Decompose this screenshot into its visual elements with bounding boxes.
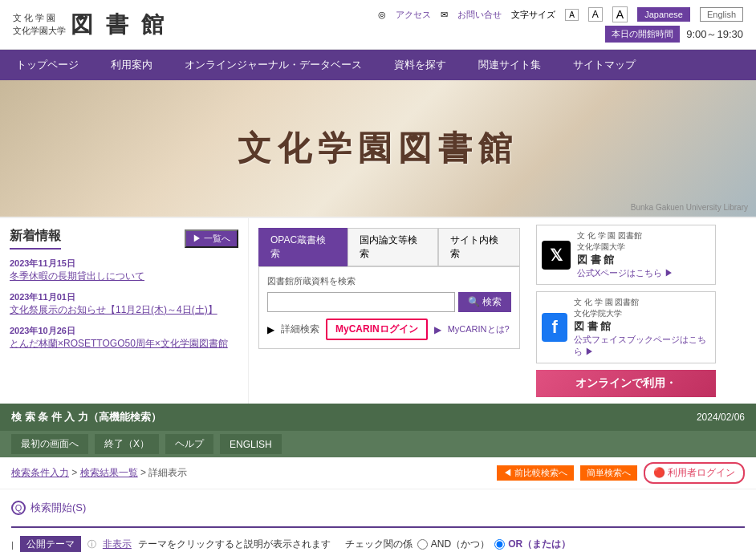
prev-icon: ◀ <box>503 468 512 477</box>
search-tabs: OPAC蔵書検索 国内論文等検索 サイト内検索 <box>258 228 520 266</box>
main-nav: トップページ 利用案内 オンラインジャーナル・データベース 資料を探す 関連サイ… <box>0 50 756 80</box>
theme-pipe: | <box>11 540 14 550</box>
breadcrumb-bar: 検索条件入力 > 検索結果一覧 > 詳細表示 ◀ 前比較検索へ 簡単検索へ 🔴 … <box>0 457 756 489</box>
mycarin-arrow-icon: ▶ <box>434 324 441 335</box>
news-link-3[interactable]: とんだ林蘭×ROSETTOGO50周年×文化学園図書館 <box>10 337 238 351</box>
opening-time: 9:00～19:30 <box>686 27 743 42</box>
english-button[interactable]: ENGLISH <box>220 434 282 454</box>
detail-search-icon: ▶ <box>267 324 274 335</box>
fb-banner[interactable]: f 文 化 学 園 図書館 文化学院大学 図 書 館 公式フェイスブックページは… <box>536 291 716 363</box>
mycarin-what-link[interactable]: MyCARINとは? <box>448 323 510 335</box>
theme-relation: チェック関の係 AND（かつ） OR（または） <box>345 538 571 551</box>
hero-title: 文化学園図書館 <box>238 126 518 171</box>
news-item-3: 2023年10月26日 とんだ林蘭×ROSETTOGO50周年×文化学園図書館 <box>10 325 238 351</box>
nav-sitemap[interactable]: サイトマップ <box>557 50 652 80</box>
breadcrumb: 検索条件入力 > 検索結果一覧 > 詳細表示 <box>11 466 187 480</box>
main-content: 新着情報 ▶ 一覧へ 2023年11月15日 冬季休暇の長期貸出しについて 20… <box>0 217 756 404</box>
contact-link[interactable]: お問い合せ <box>457 9 502 21</box>
logo: 文 化 学 園 文化学園大学 図 書 館 <box>13 10 167 40</box>
theme-desc: テーマをクリックすると説明が表示されます <box>138 538 331 551</box>
search-condition-date: 2024/02/06 <box>697 412 745 423</box>
mail-icon: ✉ <box>441 10 448 20</box>
logo-title: 図 書 館 <box>71 10 167 40</box>
nav-related-sites[interactable]: 関連サイト集 <box>462 50 557 80</box>
nav-journal-db[interactable]: オンラインジャーナル・データベース <box>169 50 378 80</box>
theme-label: 公開テーマ <box>20 536 81 552</box>
and-radio: AND（かつ） <box>417 538 490 551</box>
search-start-button[interactable]: Q 検索開始(S) <box>11 501 745 515</box>
access-link[interactable]: アクセス <box>396 9 431 21</box>
breadcrumb-search-input[interactable]: 検索条件入力 <box>11 467 69 478</box>
and-radio-input[interactable] <box>417 539 428 550</box>
breadcrumb-sep-2: > <box>140 467 148 478</box>
hero-banner: 文化学園図書館 Bunka Gakuen University Library <box>0 80 756 217</box>
fb-text-block: 文 化 学 園 図書館 文化学院大学 図 書 館 公式フェイスブックページはこち… <box>574 297 710 358</box>
nav-top-page[interactable]: トップページ <box>0 50 95 80</box>
font-size-label: 文字サイズ <box>511 9 555 21</box>
breadcrumb-search-results[interactable]: 検索結果一覧 <box>80 467 138 478</box>
user-login-button[interactable]: 🔴 利用者ログイン <box>644 462 745 484</box>
prev-compare-button[interactable]: ◀ 前比較検索へ <box>497 465 574 481</box>
access-icon: ◎ <box>378 10 386 20</box>
theme-show-hide-link[interactable]: 非表示 <box>103 538 132 551</box>
hero-caption: Bunka Gakuen University Library <box>631 203 748 212</box>
breadcrumb-right: ◀ 前比較検索へ 簡単検索へ 🔴 利用者ログイン <box>497 462 745 484</box>
nav-guide[interactable]: 利用案内 <box>95 50 169 80</box>
news-list-button[interactable]: ▶ 一覧へ <box>185 229 238 248</box>
search-button[interactable]: 🔍 検索 <box>458 292 511 312</box>
fb-link[interactable]: 公式フェイスブックページはこちら ▶ <box>574 334 710 358</box>
x-title: 図 書 館 <box>577 253 673 267</box>
font-size-small-icon[interactable]: A <box>565 9 579 21</box>
theme-header: | 公開テーマ ⓘ 非表示 テーマをクリックすると説明が表示されます チェック関… <box>11 536 745 552</box>
search-input-row: 🔍 検索 <box>267 292 511 312</box>
fb-text-small-2: 文化学院大学 <box>574 308 710 319</box>
back-to-first-button[interactable]: 最初の画面へ <box>11 434 88 454</box>
font-size-medium-icon[interactable]: A <box>588 7 603 22</box>
news-panel: 新着情報 ▶ 一覧へ 2023年11月15日 冬季休暇の長期貸出しについて 20… <box>0 218 249 404</box>
simple-search-button[interactable]: 簡単検索へ <box>580 465 637 481</box>
opening-hours: 本日の開館時間 9:00～19:30 <box>605 26 743 43</box>
x-link[interactable]: 公式Xページはこちら ▶ <box>577 267 673 279</box>
search-box-area: 図書館所蔵資料を検索 🔍 検索 ▶ 詳細検索 MyCARINログイン ▶ MyC… <box>258 266 520 349</box>
news-date-2: 2023年11月01日 <box>10 291 238 303</box>
search-panel: OPAC蔵書検索 国内論文等検索 サイト内検索 図書館所蔵資料を検索 🔍 検索 … <box>249 218 530 404</box>
x-banner[interactable]: 𝕏 文 化 学 園 図書館 文化学園大学 図 書 館 公式Xページはこちら ▶ <box>536 225 716 285</box>
logo-small-text: 文 化 学 園 文化学園大学 <box>13 12 66 37</box>
fb-text-small-1: 文 化 学 園 図書館 <box>574 297 710 308</box>
news-date-1: 2023年11月15日 <box>10 258 238 270</box>
news-item-2: 2023年11月01日 文化祭展示のお知らせ【11月2日(木)～4日(土)】 <box>10 291 238 317</box>
help-button[interactable]: ヘルプ <box>165 434 213 454</box>
tab-site[interactable]: サイト内検索 <box>438 228 520 266</box>
search-toolbar: 最初の画面へ 終了（X） ヘルプ ENGLISH <box>0 431 756 457</box>
tab-opac[interactable]: OPAC蔵書検索 <box>258 228 348 266</box>
search-input[interactable] <box>267 292 455 312</box>
detail-search-link[interactable]: 詳細検索 <box>281 323 319 336</box>
lang-japanese-button[interactable]: Japanese <box>637 7 690 22</box>
login-icon: 🔴 <box>653 467 665 478</box>
online-button[interactable]: オンラインで利用・ <box>536 370 716 397</box>
search-start-label: 検索開始(S) <box>30 501 86 515</box>
fb-icon: f <box>542 313 567 342</box>
news-link-2[interactable]: 文化祭展示のお知らせ【11月2日(木)～4日(土)】 <box>10 303 238 317</box>
end-button[interactable]: 終了（X） <box>95 434 159 454</box>
info-icon: ⓘ <box>87 538 96 550</box>
search-desc: 図書館所蔵資料を検索 <box>267 275 511 287</box>
nav-search[interactable]: 資料を探す <box>378 50 462 80</box>
tab-domestic[interactable]: 国内論文等検索 <box>348 228 439 266</box>
search-start-icon: Q <box>11 501 26 515</box>
search-options: ▶ 詳細検索 MyCARINログイン ▶ MyCARINとは? <box>267 319 511 340</box>
list-icon: ▶ <box>193 233 201 243</box>
check-label: チェック関の係 <box>345 538 413 551</box>
search-condition-title: 検 索 条 件 入 力（高機能検索） <box>11 410 161 424</box>
and-label: AND（かつ） <box>431 538 490 551</box>
x-icon: 𝕏 <box>542 241 571 270</box>
lang-english-button[interactable]: English <box>700 7 743 22</box>
font-size-large-icon[interactable]: A <box>612 6 628 22</box>
header-right: ◎ アクセス ✉ お問い合せ 文字サイズ A A A Japanese Engl… <box>378 6 743 43</box>
search-icon: 🔍 <box>468 296 480 307</box>
news-link-1[interactable]: 冬季休暇の長期貸出しについて <box>10 270 238 283</box>
breadcrumb-sep-1: > <box>71 467 79 478</box>
mycarin-login-button[interactable]: MyCARINログイン <box>326 319 428 340</box>
news-header: 新着情報 ▶ 一覧へ <box>10 228 238 250</box>
or-radio-input[interactable] <box>494 539 505 550</box>
